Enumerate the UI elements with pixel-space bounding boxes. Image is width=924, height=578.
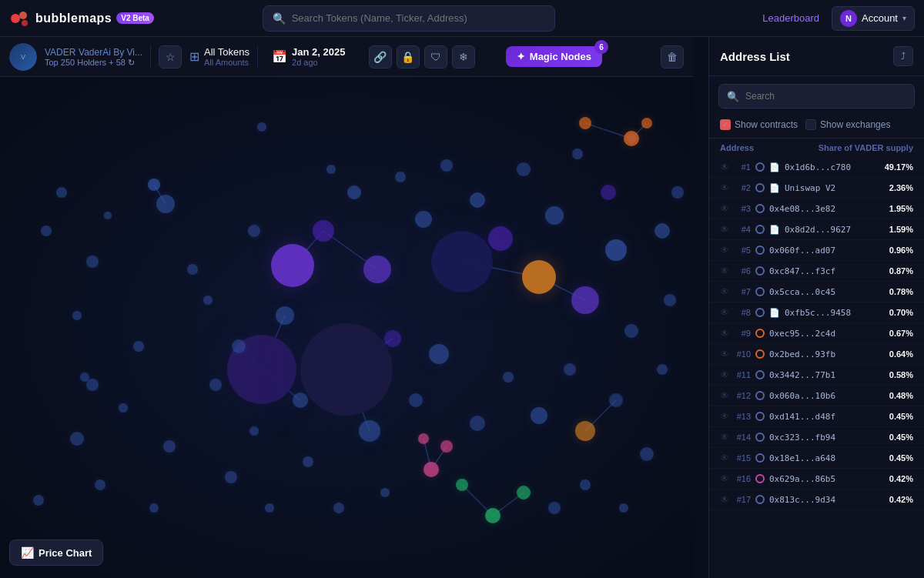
eye-icon[interactable]: 👁 bbox=[720, 203, 729, 214]
eye-icon[interactable]: 👁 bbox=[720, 432, 729, 443]
bubble-node[interactable] bbox=[657, 364, 668, 375]
bubble-node[interactable] bbox=[424, 462, 439, 477]
bubble-node[interactable] bbox=[363, 256, 391, 283]
address-row[interactable]: 👁 #9 0xec95...2c4d 0.67% bbox=[709, 323, 924, 344]
link-icon-button[interactable]: 🔗 bbox=[369, 45, 392, 68]
address-row[interactable]: 👁 #5 0x060f...ad07 0.96% bbox=[709, 240, 924, 261]
eye-icon[interactable]: 👁 bbox=[720, 245, 729, 256]
show-exchanges-filter[interactable]: Show exchanges bbox=[805, 119, 890, 130]
address-row[interactable]: 👁 #15 0x18e1...a648 0.45% bbox=[709, 448, 924, 469]
address-row[interactable]: 👁 #13 0xd141...d48f 0.45% bbox=[709, 406, 924, 427]
bubble-node[interactable] bbox=[265, 503, 274, 513]
bubble-node[interactable] bbox=[203, 296, 213, 305]
contracts-checkbox[interactable]: ✓ bbox=[720, 119, 731, 130]
exchanges-checkbox[interactable] bbox=[805, 119, 816, 130]
bubble-node[interactable] bbox=[359, 420, 380, 442]
bubble-node[interactable] bbox=[95, 479, 105, 490]
bubble-node[interactable] bbox=[257, 122, 266, 132]
address-row[interactable]: 👁 #7 0x5cca...0c45 0.78% bbox=[709, 282, 924, 302]
bubble-node[interactable] bbox=[347, 185, 361, 199]
bubble-node[interactable] bbox=[33, 495, 44, 506]
price-chart-button[interactable]: 📈 Price Chart bbox=[9, 540, 103, 566]
row-address[interactable]: Uniswap V2 bbox=[785, 183, 885, 193]
header-search-input[interactable] bbox=[292, 12, 545, 24]
bubble-node[interactable] bbox=[488, 226, 513, 251]
eye-icon[interactable]: 👁 bbox=[720, 307, 729, 318]
panel-search-input[interactable] bbox=[745, 91, 906, 102]
row-address[interactable]: 0x2bed...93fb bbox=[769, 349, 885, 359]
bubble-node[interactable] bbox=[271, 244, 314, 287]
bubble-node[interactable] bbox=[571, 286, 599, 314]
address-row[interactable]: 👁 #11 0x3442...77b1 0.58% bbox=[709, 365, 924, 386]
bubble-node[interactable] bbox=[548, 502, 561, 514]
bubble-node[interactable] bbox=[470, 192, 485, 208]
row-address[interactable]: 0x813c...9d34 bbox=[769, 495, 885, 505]
bubble-node[interactable] bbox=[601, 185, 616, 200]
eye-icon[interactable]: 👁 bbox=[720, 369, 729, 380]
row-address[interactable]: 0xc847...f3cf bbox=[769, 266, 885, 276]
bubble-node[interactable] bbox=[225, 471, 237, 483]
bubble-node[interactable] bbox=[276, 306, 294, 325]
bubble-node[interactable] bbox=[624, 324, 638, 338]
address-row[interactable]: 👁 #2 📄 Uniswap V2 2.36% bbox=[709, 178, 924, 199]
bubble-node[interactable] bbox=[133, 341, 144, 352]
bubble-node[interactable] bbox=[409, 393, 423, 407]
bubble-node[interactable] bbox=[624, 131, 639, 146]
address-row[interactable]: 👁 #6 0xc847...f3cf 0.87% bbox=[709, 261, 924, 282]
bubble-node[interactable] bbox=[156, 195, 175, 213]
bubble-node[interactable] bbox=[41, 226, 52, 236]
row-address[interactable]: 0x060f...ad07 bbox=[769, 246, 885, 256]
bubble-node[interactable] bbox=[654, 223, 670, 239]
bubble-node[interactable] bbox=[163, 440, 176, 453]
bubble-node[interactable] bbox=[249, 426, 259, 436]
address-row[interactable]: 👁 #4 📄 0x8d2d...9627 1.59% bbox=[709, 219, 924, 240]
eye-icon[interactable]: 👁 bbox=[720, 494, 729, 505]
canvas-area[interactable] bbox=[0, 77, 693, 578]
row-address[interactable]: 0x5cca...0c45 bbox=[769, 287, 885, 297]
address-row[interactable]: 👁 #17 0x813c...9d34 0.42% bbox=[709, 489, 924, 510]
bubble-node[interactable] bbox=[380, 488, 390, 497]
bubble-node[interactable] bbox=[104, 212, 112, 219]
refresh-icon[interactable]: ↻ bbox=[128, 58, 135, 67]
eye-icon[interactable]: 👁 bbox=[720, 328, 729, 339]
bubble-node[interactable] bbox=[395, 172, 406, 182]
bubble-node[interactable] bbox=[119, 403, 128, 413]
row-address[interactable]: 0x629a...86b5 bbox=[769, 474, 885, 484]
bubble-node[interactable] bbox=[522, 260, 556, 294]
bubble-node[interactable] bbox=[619, 503, 628, 513]
bubble-node[interactable] bbox=[431, 231, 493, 292]
bubble-node[interactable] bbox=[415, 211, 432, 228]
bubble-node[interactable] bbox=[531, 407, 547, 424]
star-button[interactable]: ☆ bbox=[159, 45, 182, 68]
bubble-node[interactable] bbox=[418, 433, 429, 444]
row-address[interactable]: 0x060a...10b6 bbox=[769, 391, 885, 401]
bubble-node[interactable] bbox=[580, 479, 591, 490]
eye-icon[interactable]: 👁 bbox=[720, 453, 729, 463]
bubble-node[interactable] bbox=[148, 179, 160, 191]
show-contracts-filter[interactable]: ✓ Show contracts bbox=[720, 119, 798, 130]
bubble-node[interactable] bbox=[579, 117, 591, 129]
eye-icon[interactable]: 👁 bbox=[720, 349, 729, 359]
bubble-node[interactable] bbox=[517, 486, 531, 499]
address-row[interactable]: 👁 #10 0x2bed...93fb 0.64% bbox=[709, 344, 924, 365]
address-row[interactable]: 👁 #12 0x060a...10b6 0.48% bbox=[709, 386, 924, 406]
row-address[interactable]: 0xc323...fb94 bbox=[769, 433, 885, 443]
bubble-node[interactable] bbox=[429, 344, 449, 364]
address-row[interactable]: 👁 #16 0x629a...86b5 0.42% bbox=[709, 469, 924, 489]
bubble-node[interactable] bbox=[671, 186, 684, 199]
address-row[interactable]: 👁 #14 0xc323...fb94 0.45% bbox=[709, 427, 924, 448]
eye-icon[interactable]: 👁 bbox=[720, 182, 729, 193]
bubble-node[interactable] bbox=[248, 225, 260, 237]
leaderboard-link[interactable]: Leaderboard bbox=[762, 12, 819, 24]
bubble-node[interactable] bbox=[293, 393, 308, 408]
bubble-node[interactable] bbox=[470, 416, 485, 431]
eye-icon[interactable]: 👁 bbox=[720, 473, 729, 484]
bubble-node[interactable] bbox=[326, 165, 336, 174]
bubble-node[interactable] bbox=[313, 220, 334, 242]
row-address[interactable]: 0xfb5c...9458 bbox=[785, 308, 885, 318]
date-filter[interactable]: 📅 Jan 2, 2025 2d ago bbox=[272, 46, 345, 67]
eye-icon[interactable]: 👁 bbox=[720, 266, 729, 276]
bubble-node[interactable] bbox=[485, 508, 500, 523]
export-button[interactable]: ⤴ bbox=[893, 46, 913, 66]
bubble-node[interactable] bbox=[664, 294, 676, 306]
